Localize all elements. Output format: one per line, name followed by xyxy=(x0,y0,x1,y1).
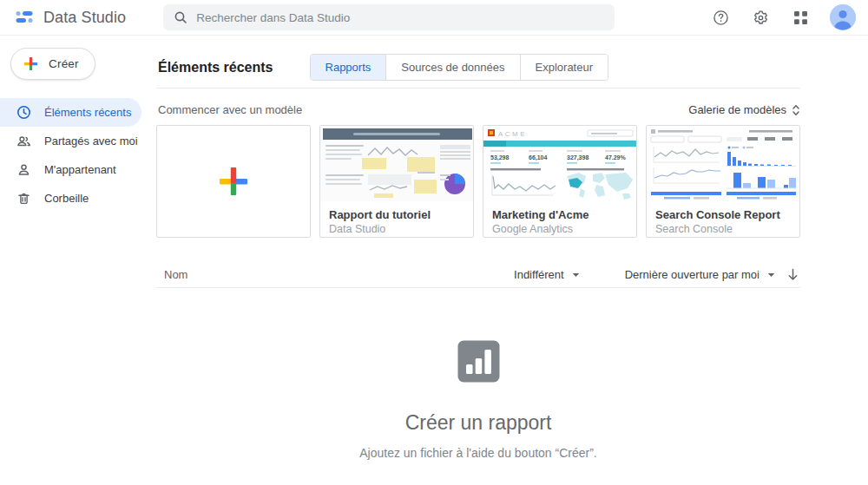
template-card-title: Marketing d'Acme xyxy=(492,207,628,222)
main-content: Éléments récents Rapports Sources de don… xyxy=(156,36,800,460)
search-bar[interactable] xyxy=(163,4,615,30)
template-card-subtitle: Google Analytics xyxy=(492,222,628,236)
help-icon[interactable] xyxy=(710,7,731,28)
caret-down-icon xyxy=(572,272,580,278)
empty-state-subtitle: Ajoutez un fichier à l'aide du bouton “C… xyxy=(359,446,597,460)
acme-kpi: 66,104 xyxy=(529,154,548,161)
template-card-search-console-report[interactable]: Search Console Report Search Console xyxy=(646,125,800,238)
avatar[interactable] xyxy=(830,4,856,30)
filter-dropdown[interactable]: Indifférent xyxy=(514,268,580,281)
template-card-rapport-vide[interactable]: Rapport vide Data Studio xyxy=(156,125,311,238)
plus-icon xyxy=(218,166,249,197)
clock-icon xyxy=(16,105,31,120)
settings-gear-icon[interactable] xyxy=(750,7,771,28)
template-card-title: Rapport du tutoriel xyxy=(329,207,464,222)
tab-sources-de-donnees[interactable]: Sources de données xyxy=(385,55,519,80)
page-title: Éléments récents xyxy=(158,60,273,75)
data-studio-logo-icon xyxy=(14,8,35,27)
people-icon xyxy=(16,134,31,148)
sidebar-item-label: Corbeille xyxy=(44,192,89,205)
sort-dropdown[interactable]: Dernière ouverture par moi xyxy=(625,268,775,281)
acme-kpi: 47.29% xyxy=(605,154,627,161)
sidebar-item-label: Éléments récents xyxy=(44,106,131,119)
template-thumbnail-tutorial xyxy=(320,126,473,201)
sidebar-item-partages-avec-moi[interactable]: Partagés avec moi xyxy=(0,127,141,155)
sidebar-item-label: M'appartenant xyxy=(44,163,116,176)
sidebar-item-elements-recents[interactable]: Éléments récents xyxy=(0,98,141,127)
unfold-more-icon xyxy=(792,104,800,116)
search-input[interactable] xyxy=(196,11,604,24)
template-thumbnail-blank xyxy=(157,126,310,237)
svg-text:ACME: ACME xyxy=(498,130,527,138)
tab-rapports[interactable]: Rapports xyxy=(311,55,386,80)
template-card-rapport-du-tutoriel[interactable]: Rapport du tutoriel Data Studio xyxy=(319,125,474,238)
template-cards-row: Rapport vide Data Studio xyxy=(156,125,800,238)
trash-icon xyxy=(16,191,31,206)
app-name: Data Studio xyxy=(43,9,126,27)
filter-dropdown-label: Indifférent xyxy=(514,268,564,281)
file-list-header: Nom Indifférent Dernière ouverture par m… xyxy=(156,262,800,288)
gallery-button-label: Galerie de modèles xyxy=(688,103,786,116)
sidebar-item-label: Partagés avec moi xyxy=(44,134,138,147)
template-card-subtitle: Search Console xyxy=(655,222,791,236)
template-card-marketing-acme[interactable]: ACME 53,298 66,104 327,398 47.29% xyxy=(483,125,637,238)
sort-dropdown-label: Dernière ouverture par moi xyxy=(625,268,760,281)
plus-icon xyxy=(23,56,39,72)
empty-state-title: Créer un rapport xyxy=(405,411,552,435)
sidebar-item-corbeille[interactable]: Corbeille xyxy=(0,184,141,213)
caret-down-icon xyxy=(767,272,775,278)
person-icon xyxy=(16,162,31,177)
templates-heading: Commencer avec un modèle xyxy=(158,103,302,116)
sidebar: Créer Éléments récents Partagés avec moi xyxy=(0,36,156,213)
sidebar-item-m-appartenant[interactable]: M'appartenant xyxy=(0,155,141,184)
template-thumbnail-search-console xyxy=(647,126,799,201)
divider xyxy=(156,88,800,88)
search-icon xyxy=(174,10,187,24)
create-button-label: Créer xyxy=(49,57,79,70)
create-button[interactable]: Créer xyxy=(10,48,95,80)
tab-group: Rapports Sources de données Explorateur xyxy=(310,54,609,81)
acme-kpi: 53,298 xyxy=(490,154,510,161)
sort-direction-arrow-down-icon[interactable] xyxy=(787,268,799,281)
empty-state: Créer un rapport Ajoutez un fichier à l'… xyxy=(156,340,800,460)
app-logo[interactable]: Data Studio xyxy=(14,8,126,27)
template-gallery-button[interactable]: Galerie de modèles xyxy=(688,103,800,116)
template-thumbnail-acme: ACME 53,298 66,104 327,398 47.29% xyxy=(483,126,636,201)
tab-explorateur[interactable]: Explorateur xyxy=(520,55,608,80)
template-card-subtitle: Data Studio xyxy=(329,222,464,236)
acme-kpi: 327,398 xyxy=(567,154,589,161)
column-header-nom: Nom xyxy=(164,268,187,281)
topbar: Data Studio xyxy=(0,0,868,36)
apps-grid-icon[interactable] xyxy=(790,7,811,28)
bar-chart-icon xyxy=(457,340,500,383)
template-card-title: Search Console Report xyxy=(655,207,791,222)
